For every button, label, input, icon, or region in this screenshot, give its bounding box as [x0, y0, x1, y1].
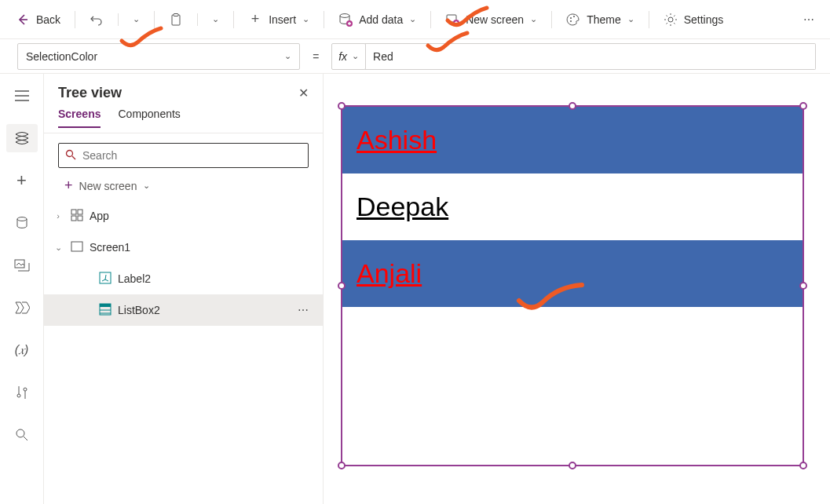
rail-tools-button[interactable]	[6, 378, 38, 407]
rail-tree-button[interactable]	[6, 124, 38, 152]
tree-node-listbox2[interactable]: ListBox2 ⋯	[44, 294, 323, 326]
add-data-label: Add data	[359, 13, 403, 26]
chevron-down-icon: ⌄	[302, 14, 309, 24]
svg-point-2	[340, 13, 349, 17]
chevron-down-icon: ⌄	[530, 14, 537, 24]
gear-icon	[664, 13, 678, 27]
rail-variables-button[interactable]: (𝑥)	[6, 336, 38, 364]
rail-data-button[interactable]	[6, 209, 38, 237]
listbox-icon	[99, 303, 112, 318]
tab-components[interactable]: Components	[118, 108, 180, 128]
listbox-item[interactable]: Deepak	[342, 173, 803, 240]
overflow-button[interactable]: ⋯	[797, 13, 821, 26]
chevron-down-icon: ⌄	[409, 14, 416, 24]
insert-button[interactable]: + Insert ⌄	[242, 8, 316, 31]
tree-node-label2[interactable]: Label2	[44, 263, 323, 294]
tree-node-label: Screen1	[90, 241, 130, 254]
chevron-down-icon: ⌄	[627, 14, 634, 24]
svg-rect-18	[71, 242, 82, 251]
close-icon[interactable]: ✕	[298, 86, 309, 100]
tree-node-app[interactable]: › App	[44, 200, 323, 232]
chevron-down-icon: ⌄	[212, 14, 219, 24]
svg-point-9	[668, 17, 673, 22]
row-more-button[interactable]: ⋯	[293, 304, 313, 316]
resize-handle[interactable]	[799, 462, 807, 469]
paste-button[interactable]	[163, 8, 189, 31]
resize-handle[interactable]	[799, 282, 807, 290]
rail-flows-button[interactable]	[6, 294, 38, 322]
new-screen-button[interactable]: New screen ⌄	[439, 8, 543, 31]
settings-label: Settings	[684, 13, 724, 26]
tree-node-label: ListBox2	[118, 304, 160, 316]
palette-icon	[566, 13, 580, 27]
svg-point-13	[67, 150, 73, 156]
formula-value: Red	[373, 50, 393, 63]
main-area: + (𝑥) Tree view ✕ Screens Components + N…	[0, 74, 830, 504]
app-icon	[71, 209, 83, 224]
rail-media-button[interactable]	[6, 251, 38, 279]
plus-icon: +	[248, 13, 262, 27]
tree-view-panel: Tree view ✕ Screens Components + New scr…	[44, 74, 324, 504]
tree-node-screen1[interactable]: ⌄ Screen1	[44, 232, 323, 263]
tree-search-field[interactable]	[82, 149, 302, 162]
tree-node-label: Label2	[118, 272, 151, 285]
svg-point-7	[573, 16, 575, 17]
theme-button[interactable]: Theme ⌄	[560, 8, 641, 31]
resize-handle[interactable]	[799, 102, 807, 110]
settings-button[interactable]: Settings	[657, 8, 730, 31]
property-value: SelectionColor	[26, 50, 97, 63]
theme-label: Theme	[587, 13, 621, 26]
listbox-item[interactable]: Anjali	[342, 240, 803, 307]
listbox-item-text: Ashish	[356, 125, 437, 155]
resize-handle[interactable]	[569, 462, 576, 469]
listbox-item[interactable]: Ashish	[342, 107, 803, 173]
svg-rect-1	[174, 13, 178, 16]
clipboard-icon	[169, 13, 183, 27]
listbox-selection[interactable]: Ashish Deepak Anjali	[341, 105, 804, 466]
add-data-button[interactable]: Add data ⌄	[332, 8, 422, 31]
paste-dropdown[interactable]: ⌄	[206, 9, 225, 29]
listbox-item-text: Deepak	[356, 192, 448, 222]
undo-button[interactable]	[83, 8, 110, 31]
resize-handle[interactable]	[338, 102, 346, 110]
plus-icon: +	[64, 177, 73, 194]
listbox-control[interactable]: Ashish Deepak Anjali	[342, 107, 803, 465]
formula-input[interactable]: Red	[365, 43, 816, 70]
rail-hamburger[interactable]	[6, 82, 38, 110]
left-rail: + (𝑥)	[0, 74, 44, 504]
chevron-down-icon: ⌄	[284, 51, 291, 61]
resize-handle[interactable]	[338, 462, 346, 469]
insert-label: Insert	[269, 13, 296, 26]
property-selector[interactable]: SelectionColor ⌄	[17, 43, 300, 70]
rail-insert-button[interactable]: +	[6, 166, 38, 195]
tree-search-input[interactable]	[58, 143, 309, 168]
undo-icon	[90, 13, 104, 27]
svg-rect-16	[71, 216, 76, 221]
label-icon	[99, 272, 112, 287]
tree-new-screen-button[interactable]: + New screen ⌄	[44, 174, 323, 200]
fx-button[interactable]: fx ⌄	[331, 43, 366, 70]
undo-dropdown[interactable]: ⌄	[126, 9, 146, 29]
tab-screens[interactable]: Screens	[58, 108, 101, 128]
chevron-right-icon: ›	[52, 211, 64, 221]
data-icon	[338, 13, 353, 27]
new-screen-label: New screen	[466, 13, 524, 26]
resize-handle[interactable]	[338, 282, 346, 290]
tree-list: › App ⌄ Screen1 Label2 ListBox2 ⋯	[44, 200, 323, 504]
resize-handle[interactable]	[569, 102, 576, 110]
svg-rect-21	[100, 304, 111, 307]
listbox-item-text: Anjali	[356, 258, 422, 289]
chevron-down-icon: ⌄	[352, 51, 359, 61]
search-icon	[65, 149, 76, 163]
svg-rect-15	[78, 210, 82, 214]
top-toolbar: Back ⌄ ⌄ + Insert ⌄ Add data ⌄ New scree…	[0, 0, 830, 39]
tree-new-screen-label: New screen	[79, 180, 137, 192]
equals-sign: =	[309, 50, 322, 63]
rail-search-button[interactable]	[6, 421, 38, 449]
svg-point-8	[570, 20, 572, 22]
chevron-down-icon: ⌄	[52, 243, 64, 253]
design-canvas[interactable]: Ashish Deepak Anjali	[324, 74, 830, 504]
new-screen-icon	[445, 13, 459, 27]
chevron-down-icon: ⌄	[133, 14, 140, 24]
back-button[interactable]: Back	[9, 8, 67, 31]
